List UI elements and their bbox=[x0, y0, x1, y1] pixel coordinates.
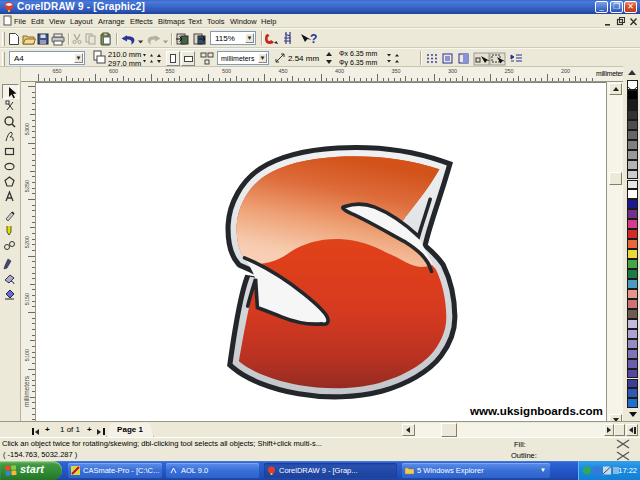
svg-text:?: ? bbox=[310, 32, 317, 46]
